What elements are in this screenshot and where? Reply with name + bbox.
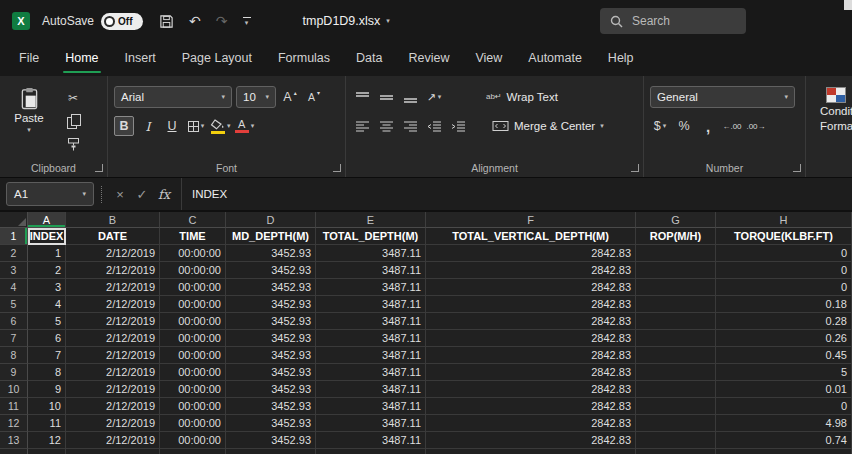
cell-G9[interactable] [636, 364, 716, 381]
row-header-11[interactable]: 11 [0, 398, 28, 415]
tab-view[interactable]: View [462, 42, 515, 76]
save-icon[interactable] [159, 14, 174, 29]
cut-button[interactable]: ✂ [62, 89, 84, 107]
cell-G11[interactable] [636, 398, 716, 415]
column-header-H[interactable]: H [716, 212, 852, 228]
column-header-G[interactable]: G [636, 212, 716, 228]
increase-decimal-button[interactable]: ←.00 [722, 116, 742, 136]
cell-D10[interactable]: 3452.93 [226, 381, 316, 398]
cell-F5[interactable]: 2842.83 [426, 296, 636, 313]
cell-A3[interactable]: 2 [28, 262, 66, 279]
tab-review[interactable]: Review [395, 42, 462, 76]
cell-E7[interactable]: 3487.11 [316, 330, 426, 347]
cell-H9[interactable]: 5 [716, 364, 852, 381]
cell-E3[interactable]: 3487.11 [316, 262, 426, 279]
cell-C1[interactable]: TIME [160, 228, 226, 245]
row-header-12[interactable]: 12 [0, 415, 28, 432]
cell-E4[interactable]: 3487.11 [316, 279, 426, 296]
cell-D3[interactable]: 3452.93 [226, 262, 316, 279]
cell-B11[interactable]: 2/12/2019 [66, 398, 160, 415]
enter-icon[interactable]: ✓ [131, 187, 153, 202]
cell-F2[interactable]: 2842.83 [426, 245, 636, 262]
cell-A9[interactable]: 8 [28, 364, 66, 381]
cell-E9[interactable]: 3487.11 [316, 364, 426, 381]
align-center-button[interactable] [376, 116, 396, 136]
autosave-toggle[interactable]: AutoSave Off [42, 13, 143, 30]
cell-A5[interactable]: 4 [28, 296, 66, 313]
name-box[interactable]: A1 ▾ [6, 182, 94, 206]
cell-G8[interactable] [636, 347, 716, 364]
cell-F11[interactable]: 2842.83 [426, 398, 636, 415]
cell-D6[interactable]: 3452.93 [226, 313, 316, 330]
cell-B1[interactable]: DATE [66, 228, 160, 245]
row-header-7[interactable]: 7 [0, 330, 28, 347]
cell-H10[interactable]: 0.01 [716, 381, 852, 398]
cell-A4[interactable]: 3 [28, 279, 66, 296]
cell-B5[interactable]: 2/12/2019 [66, 296, 160, 313]
column-header-B[interactable]: B [66, 212, 160, 228]
column-header-E[interactable]: E [316, 212, 426, 228]
cell-B3[interactable]: 2/12/2019 [66, 262, 160, 279]
cell-H12[interactable]: 4.98 [716, 415, 852, 432]
cell-A2[interactable]: 1 [28, 245, 66, 262]
clipboard-dialog-launcher[interactable] [95, 164, 103, 172]
cell-E11[interactable]: 3487.11 [316, 398, 426, 415]
insert-function-icon[interactable]: fx [153, 187, 175, 202]
cell-B12[interactable]: 2/12/2019 [66, 415, 160, 432]
tab-help[interactable]: Help [595, 42, 647, 76]
cell-D13[interactable]: 3452.93 [226, 432, 316, 449]
cell-E10[interactable]: 3487.11 [316, 381, 426, 398]
cell-B2[interactable]: 2/12/2019 [66, 245, 160, 262]
cell-A11[interactable]: 10 [28, 398, 66, 415]
format-painter-button[interactable] [62, 135, 84, 153]
number-format-dropdown-icon[interactable]: ▾ [784, 93, 788, 101]
row-header-9[interactable]: 9 [0, 364, 28, 381]
wrap-text-button[interactable]: ab↵ Wrap Text [486, 91, 558, 103]
cell-C12[interactable]: 00:00:00 [160, 415, 226, 432]
align-right-button[interactable] [400, 116, 420, 136]
align-middle-button[interactable] [376, 87, 396, 107]
cell-G2[interactable] [636, 245, 716, 262]
fill-color-button[interactable]: ▾ [210, 116, 231, 136]
cell-H7[interactable]: 0.26 [716, 330, 852, 347]
cell-B7[interactable]: 2/12/2019 [66, 330, 160, 347]
cell-D12[interactable]: 3452.93 [226, 415, 316, 432]
cell-H11[interactable]: 0 [716, 398, 852, 415]
column-header-C[interactable]: C [160, 212, 226, 228]
row-header-13[interactable]: 13 [0, 432, 28, 449]
cell-F4[interactable]: 2842.83 [426, 279, 636, 296]
tab-home[interactable]: Home [52, 42, 111, 76]
align-top-button[interactable] [352, 87, 372, 107]
cell-F8[interactable]: 2842.83 [426, 347, 636, 364]
row-header-1[interactable]: 1 [0, 228, 28, 245]
cell-H6[interactable]: 0.28 [716, 313, 852, 330]
font-dialog-launcher[interactable] [333, 164, 341, 172]
cell-F12[interactable]: 2842.83 [426, 415, 636, 432]
cell-C5[interactable]: 00:00:00 [160, 296, 226, 313]
cell-H4[interactable]: 0 [716, 279, 852, 296]
cell-H3[interactable]: 0 [716, 262, 852, 279]
alignment-dialog-launcher[interactable] [631, 164, 639, 172]
cell-E13[interactable]: 3487.11 [316, 432, 426, 449]
cell-C7[interactable]: 00:00:00 [160, 330, 226, 347]
cell-A12[interactable]: 11 [28, 415, 66, 432]
tab-file[interactable]: File [6, 42, 52, 76]
cell-B9[interactable]: 2/12/2019 [66, 364, 160, 381]
tab-formulas[interactable]: Formulas [265, 42, 343, 76]
cell-D9[interactable]: 3452.93 [226, 364, 316, 381]
cell-G12[interactable] [636, 415, 716, 432]
conditional-formatting-button[interactable]: Conditi Formatt [812, 84, 846, 133]
cell-E5[interactable]: 3487.11 [316, 296, 426, 313]
document-title[interactable]: tmpD1D9.xlsx ▾ [303, 14, 390, 28]
italic-button[interactable]: I [138, 116, 158, 136]
cell-C9[interactable]: 00:00:00 [160, 364, 226, 381]
font-size-combo[interactable]: 10 ▾ [236, 86, 276, 108]
cell-C3[interactable]: 00:00:00 [160, 262, 226, 279]
excel-logo-icon[interactable]: X [12, 12, 30, 30]
cell-G13[interactable] [636, 432, 716, 449]
increase-font-button[interactable]: A▴ [280, 87, 300, 107]
cell-F3[interactable]: 2842.83 [426, 262, 636, 279]
cell-H8[interactable]: 0.45 [716, 347, 852, 364]
cell-F7[interactable]: 2842.83 [426, 330, 636, 347]
tab-insert[interactable]: Insert [112, 42, 169, 76]
